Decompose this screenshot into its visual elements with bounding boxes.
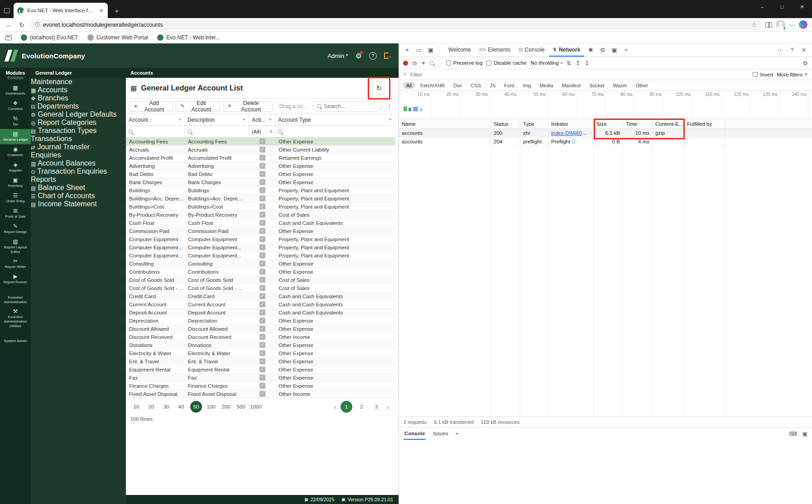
sidebar-entry[interactable]: ▥ Account Balances bbox=[31, 159, 126, 167]
account-row[interactable]: Contributions Contributions ✓ Other Expe… bbox=[126, 268, 395, 276]
previous-page-icon[interactable]: ‹ bbox=[332, 403, 337, 411]
account-row[interactable]: Cash Float Cash Float ✓ Cash and Cash Eq… bbox=[126, 219, 395, 227]
account-row[interactable]: Buildings>Cost Buildings>Cost ✓ Property… bbox=[126, 203, 395, 211]
devtools-help-icon[interactable]: ? bbox=[787, 45, 798, 56]
network-request-row[interactable]: accounts 200 xhr index-DIMj60MD.js:4... … bbox=[399, 129, 812, 138]
search-input[interactable] bbox=[324, 103, 377, 109]
add-panel-icon[interactable]: + bbox=[620, 45, 631, 56]
filter-icon[interactable]: ▼ bbox=[269, 118, 272, 122]
edit-account-button[interactable]: ✎ Edit Account bbox=[176, 101, 220, 112]
active-checkbox[interactable]: ✓ bbox=[259, 366, 265, 372]
sidebar-entry[interactable]: ⊙ Transaction Enquiries bbox=[31, 167, 126, 176]
account-row[interactable]: Computer Equipment... Computer Equipment… bbox=[126, 252, 395, 260]
bookmark-item[interactable]: (localhost) Evo.NET bbox=[21, 34, 78, 41]
filter-icon[interactable]: ▼ bbox=[389, 118, 392, 122]
account-row[interactable]: Deposit Account Deposit Account ✓ Cash a… bbox=[126, 309, 395, 317]
active-checkbox[interactable]: ✓ bbox=[259, 195, 265, 201]
column-header-time[interactable]: Time bbox=[623, 119, 653, 128]
column-header-account[interactable]: Account ↑ ▼ bbox=[126, 114, 185, 125]
account-row[interactable]: Accruals Accruals ✓ Other Current Liabil… bbox=[126, 146, 395, 154]
active-checkbox[interactable]: ✓ bbox=[259, 350, 265, 356]
devtools-tab[interactable]: </> Elements bbox=[475, 43, 515, 57]
devtools-more-icon[interactable]: ⋯ bbox=[775, 45, 786, 56]
column-header-size[interactable]: Size bbox=[594, 119, 623, 128]
request-type-pill[interactable]: CSS bbox=[468, 82, 485, 89]
sort-asc-icon[interactable]: ↑ bbox=[149, 117, 152, 123]
active-checkbox[interactable]: ✓ bbox=[259, 204, 265, 209]
page-size-button[interactable]: 40 bbox=[175, 401, 187, 413]
page-number-button[interactable]: 3 bbox=[370, 401, 382, 413]
tab-close-icon[interactable]: ✕ bbox=[99, 7, 104, 14]
request-type-pill[interactable]: JS bbox=[486, 82, 499, 89]
network-settings-icon[interactable]: ⚙ bbox=[802, 60, 808, 67]
url-field[interactable]: ⓘ evonet.localhost/modulegeneralledger/a… bbox=[30, 19, 762, 30]
site-info-icon[interactable]: ⓘ bbox=[35, 21, 40, 28]
active-checkbox[interactable]: ✓ bbox=[259, 171, 265, 177]
active-checkbox[interactable]: ✓ bbox=[259, 236, 265, 242]
account-row[interactable]: Equipment Rental Equipment Rental ✓ Othe… bbox=[126, 366, 395, 374]
preserve-log-toggle[interactable]: Preserve log bbox=[446, 60, 483, 66]
active-checkbox[interactable]: ✓ bbox=[259, 244, 265, 250]
invert-checkbox[interactable] bbox=[753, 72, 758, 77]
module-rail-item[interactable]: ▤ General Ledger bbox=[0, 129, 31, 144]
sidebar-entry[interactable]: Maintenance bbox=[31, 78, 126, 86]
user-menu[interactable]: Admin * bbox=[327, 52, 348, 59]
request-type-pill[interactable]: All bbox=[403, 82, 415, 89]
active-checkbox[interactable]: ✓ bbox=[259, 179, 265, 185]
active-checkbox[interactable]: ✓ bbox=[259, 391, 265, 397]
column-header-name[interactable]: Name bbox=[399, 119, 491, 128]
reload-icon[interactable]: ↻ bbox=[17, 21, 26, 29]
active-checkbox[interactable]: ✓ bbox=[259, 252, 265, 258]
request-initiator[interactable]: Preflight bbox=[551, 139, 570, 144]
bookmark-item[interactable]: Customer Web Portal bbox=[87, 34, 149, 41]
active-checkbox[interactable]: ✓ bbox=[259, 309, 265, 315]
account-row[interactable]: Advertising Advertising ✓ Other Expense bbox=[126, 162, 395, 170]
filter-icon[interactable]: ▼ bbox=[242, 118, 246, 122]
active-checkbox[interactable]: ✓ bbox=[259, 293, 265, 299]
active-checkbox[interactable]: ✓ bbox=[259, 383, 265, 389]
active-checkbox[interactable]: ✓ bbox=[259, 138, 265, 144]
keyboard-icon[interactable]: ⌨ bbox=[789, 431, 797, 437]
sidebar-entry[interactable]: ⇄ Journal Transfer bbox=[31, 143, 126, 151]
sidebar-entry[interactable]: ▤ Income Statement bbox=[31, 200, 126, 208]
module-rail-item[interactable]: ◉ Customer bbox=[0, 144, 31, 160]
clear-icon[interactable]: ⊘ bbox=[412, 60, 417, 67]
account-row[interactable]: Current Account Current Account ✓ Cash a… bbox=[126, 300, 395, 309]
network-overview-timeline[interactable]: 10 ms 20 ms 30 ms 40 ms 50 ms 60 ms 70 m… bbox=[399, 91, 812, 119]
active-checkbox[interactable]: ✓ bbox=[259, 277, 265, 283]
preserve-log-checkbox[interactable] bbox=[446, 61, 451, 66]
workspaces-icon[interactable] bbox=[5, 35, 12, 40]
sidebar-entry[interactable]: ▤ Transaction Types bbox=[31, 127, 126, 135]
grid-menu-icon[interactable]: ⋮ bbox=[384, 103, 395, 110]
active-checkbox[interactable]: ✓ bbox=[259, 155, 265, 161]
network-request-row[interactable]: accounts 204 preflight Preflightⓘ 0 B 4 … bbox=[399, 138, 812, 146]
window-close-button[interactable]: ✕ bbox=[792, 0, 812, 14]
module-rail-item[interactable]: ❖ Common bbox=[0, 98, 31, 114]
drawer-tab[interactable]: Console bbox=[404, 428, 426, 440]
page-size-button[interactable]: 50 bbox=[190, 401, 202, 413]
devtools-tab[interactable]: Welcome bbox=[442, 43, 475, 57]
active-checkbox[interactable]: ✓ bbox=[259, 285, 265, 291]
drawer-tab[interactable]: Issues bbox=[432, 428, 449, 440]
sidebar-entry[interactable]: ⚙ General Ledger Defaults bbox=[31, 110, 126, 119]
browser-menu-icon[interactable]: ⋯ bbox=[789, 21, 795, 29]
account-row[interactable]: Accounting Fees Accounting Fees ✓ Other … bbox=[126, 138, 395, 146]
request-type-pill[interactable]: Media bbox=[536, 82, 556, 89]
network-filter-input[interactable] bbox=[410, 72, 750, 77]
request-initiator[interactable]: index-DIMj60MD.js:4... bbox=[551, 130, 589, 136]
account-row[interactable]: Computer Equipment Computer Equipment ✓ … bbox=[126, 235, 395, 243]
account-row[interactable]: Buildings Buildings ✓ Property, Plant an… bbox=[126, 186, 395, 195]
throttling-select[interactable]: No throttling ▾ bbox=[531, 60, 562, 66]
active-checkbox[interactable]: ✓ bbox=[259, 301, 265, 307]
account-row[interactable]: Computer Equipment... Computer Equipment… bbox=[126, 243, 395, 252]
filter-toggle-icon[interactable]: ▼ bbox=[421, 61, 426, 66]
module-rail-item[interactable]: ⊞ Point of Sale bbox=[0, 206, 31, 221]
disable-cache-checkbox[interactable] bbox=[486, 61, 491, 66]
account-row[interactable]: Bad Debts Bad Debts ✓ Other Expense bbox=[126, 170, 395, 178]
help-icon[interactable]: ? bbox=[369, 52, 377, 60]
description-filter-cell[interactable] bbox=[185, 126, 249, 137]
window-minimize-button[interactable]: – bbox=[752, 0, 772, 14]
request-type-pill[interactable]: Font bbox=[501, 82, 517, 89]
new-tab-button[interactable]: + bbox=[111, 4, 123, 17]
sidebar-entry[interactable]: ☰ Chart of Accounts bbox=[31, 192, 126, 200]
